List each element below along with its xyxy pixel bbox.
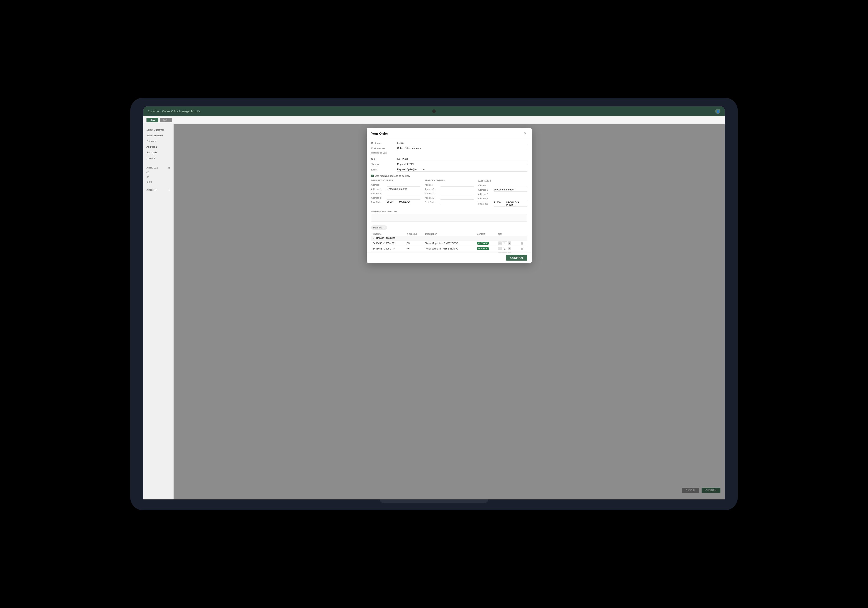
other-addr3-value: [494, 197, 527, 200]
other-address-block: Address › Address: [478, 179, 527, 207]
other-addr2-label: Address 2: [478, 193, 492, 196]
stat-33: 33: [143, 175, 174, 180]
stat-articles: ARTICLES46: [143, 165, 174, 170]
expand-icon[interactable]: ▼: [373, 237, 375, 239]
machine-section: Machine × Machine Article no: [371, 225, 527, 252]
delivery-addr1-row: Address 1 3 Machine streetno: [371, 187, 420, 191]
sidebar-item-location[interactable]: Location: [143, 155, 174, 161]
row2-article: 46: [405, 246, 423, 252]
app-body: Select Customer Select Machine Edit name…: [143, 124, 725, 499]
invoice-address-block: Invoice Address Address Address 1: [425, 179, 474, 207]
reference-info-row: Reference Info: [371, 152, 527, 156]
app-header-title: Customer | Coffee Office Manager N1 Life: [147, 110, 200, 113]
machine-tab-close[interactable]: ×: [383, 226, 385, 229]
new-button[interactable]: NEW: [146, 118, 158, 122]
delivery-addr2-value: [387, 192, 420, 195]
other-addr2-value: [494, 193, 527, 196]
col-article: Article no: [405, 232, 423, 236]
row1-delete-button[interactable]: 🗑: [521, 242, 523, 245]
modal-close-button[interactable]: ×: [523, 131, 527, 135]
delivery-addr3-row: Address 3: [371, 196, 420, 199]
email-value: Raphael.Aydin@asrxl.com: [397, 168, 527, 171]
sidebar-item-select-customer[interactable]: Select Customer: [143, 127, 174, 133]
delivery-checkbox[interactable]: [371, 174, 374, 177]
row2-content: IN STOCK: [475, 246, 496, 252]
invoice-addr-value: [440, 183, 474, 187]
your-ref-value: Raphael AYDIN: [397, 162, 524, 166]
invoice-addr2-label: Address 2: [425, 193, 439, 195]
row1-qty-increase[interactable]: +: [508, 241, 511, 245]
user-icon[interactable]: 👤: [715, 109, 721, 114]
row1-qty-control: − 1 +: [498, 241, 517, 245]
row2-machine: 5456456 - 1605MFP: [371, 246, 405, 252]
laptop-base: [143, 499, 725, 510]
sidebar-item-select-machine[interactable]: Select Machine: [143, 133, 174, 138]
table-row: 5456456 - 1605MFP 33 Toner Magenta HP M5…: [371, 241, 527, 246]
delivery-addr1-value: 3 Machine streetno: [387, 187, 420, 191]
col-machine: Machine: [371, 232, 405, 236]
screen-content: Customer | Coffee Office Manager N1 Life…: [143, 106, 725, 499]
other-postcode-label: Post Code: [478, 202, 492, 205]
row1-qty-decrease[interactable]: −: [498, 241, 502, 245]
general-info-textarea[interactable]: [371, 214, 527, 221]
customer-row: Customer 61 bla: [371, 141, 527, 145]
date-value: 5/21/2023: [397, 157, 527, 161]
other-postcode-city: 92300 LEVALLOIS PERRET: [494, 201, 527, 207]
edit-button[interactable]: EDIT: [160, 118, 172, 122]
col-actions: [519, 232, 527, 236]
general-info-label: General Information: [371, 210, 527, 213]
col-content: Content: [475, 232, 496, 236]
screen-bezel: Customer | Coffee Office Manager N1 Life…: [143, 106, 725, 499]
delivery-addr-value: [387, 183, 420, 187]
delivery-address-block: Delivery Address Address Address 1: [371, 179, 420, 207]
delivery-addr3-label: Address 3: [371, 197, 385, 199]
other-postcode-val: 92300: [494, 201, 505, 207]
sidebar-item-edit-name[interactable]: Edit name: [143, 138, 174, 144]
other-addr2-row: Address 2: [478, 193, 527, 196]
other-addr3-row: Address 3: [478, 197, 527, 200]
date-row: Date 5/21/2023: [371, 157, 527, 161]
delivery-addr2-label: Address 2: [371, 193, 385, 195]
machine-table: Machine Article no Description Content Q…: [371, 232, 527, 252]
your-ref-arrow[interactable]: ›: [527, 163, 527, 166]
main-content: CANCEL CONFIRM Your Order ×: [174, 124, 725, 499]
order-modal: Your Order × Customer 61 b: [367, 128, 532, 263]
delivery-postcode-val: 78174: [387, 201, 398, 204]
your-ref-row: Your ref Raphael AYDIN ›: [371, 162, 527, 166]
stat-articles2: ARTICLES6: [143, 188, 174, 193]
delivery-address-title: Delivery Address: [371, 179, 420, 182]
row2-delete-button[interactable]: 🗑: [521, 247, 523, 250]
machine-table-header-row: Machine Article no Description Content Q…: [371, 232, 527, 236]
other-addr-arrow[interactable]: ›: [490, 179, 491, 182]
row2-qty: − 1 +: [496, 246, 519, 252]
invoice-addr3-row: Address 3: [425, 196, 474, 199]
customer-no-label: Customer no: [371, 147, 395, 149]
stat-6550: 6550: [143, 180, 174, 184]
invoice-address-title: Invoice Address: [425, 179, 474, 182]
row1-machine: 5456456 - 1605MFP: [371, 241, 405, 246]
sidebar-item-postcode[interactable]: Post code: [143, 149, 174, 155]
invoice-addr3-value: [440, 196, 474, 199]
machine-group-label: ▼ 5456456 - 1605MFP: [371, 236, 527, 241]
invoice-postcode-row: Post Code: [425, 201, 474, 204]
other-addr3-label: Address 3: [478, 197, 492, 200]
row2-qty-decrease[interactable]: −: [498, 247, 502, 250]
delivery-city-val: MAINENA: [399, 201, 410, 204]
sidebar-item-address1[interactable]: Address 1: [143, 144, 174, 149]
stat-euro: €0: [143, 170, 174, 175]
modal-header: Your Order ×: [367, 128, 532, 138]
email-row: Email Raphael.Aydin@asrxl.com: [371, 168, 527, 171]
delivery-checkbox-label: Use machine address as delivery: [375, 174, 410, 177]
customer-no-value: Coffee Office Manager: [397, 146, 527, 150]
row2-status-badge: IN STOCK: [477, 247, 489, 250]
invoice-addr2-row: Address 2: [425, 192, 474, 195]
delivery-postcode-label: Post Code: [371, 201, 385, 204]
row2-qty-control: − 1 +: [498, 247, 517, 250]
other-addr1-row: Address 1 15 Customer street: [478, 188, 527, 191]
modal-confirm-button[interactable]: CONFIRM: [506, 255, 527, 261]
invoice-postcode-val: [440, 201, 451, 204]
row2-qty-increase[interactable]: +: [508, 247, 511, 250]
app-toolbar: NEW EDIT: [143, 116, 725, 124]
row1-article: 33: [405, 241, 423, 246]
delivery-addr2-row: Address 2: [371, 192, 420, 195]
